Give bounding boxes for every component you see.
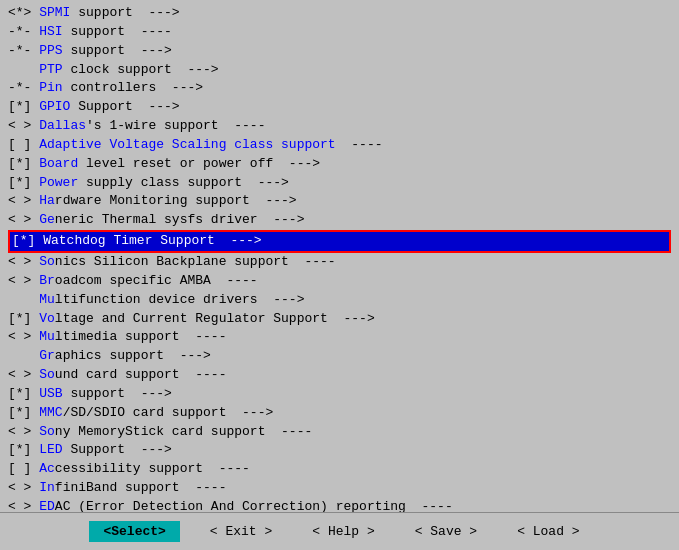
prefix-span: [*] (8, 98, 39, 117)
menu-line-edac[interactable]: < > EDAC (Error Detection And Correction… (8, 498, 671, 512)
menu-line-usb[interactable]: [*] USB support ---> (8, 385, 671, 404)
menu-line-dallas[interactable]: < > Dallas's 1-wire support ---- (8, 117, 671, 136)
keyword-span: HSI (39, 23, 62, 42)
main-container: <*> SPMI support --->-*- HSI support ---… (0, 0, 679, 550)
menu-line-sound[interactable]: < > Sound card support ---- (8, 366, 671, 385)
menu-line-voltage[interactable]: [*] Voltage and Current Regulator Suppor… (8, 310, 671, 329)
rest-span: support ---- (63, 23, 172, 42)
keyword-span: Mu (39, 328, 55, 347)
rest-span: rdware Monitoring support ---> (55, 192, 297, 211)
menu-line-multifunction[interactable]: Multifunction device drivers ---> (8, 291, 671, 310)
rest-span: support ---> (70, 4, 179, 23)
menu-line-pin[interactable]: -*- Pin controllers ---> (8, 79, 671, 98)
keyword-span: So (39, 253, 55, 272)
keyword-span: Vo (39, 310, 55, 329)
rest-span: Support ---> (63, 441, 172, 460)
rest-span: nics Silicon Backplane support ---- (55, 253, 336, 272)
menu-line-gpio[interactable]: [*] GPIO Support ---> (8, 98, 671, 117)
rest-span: aphics support ---> (55, 347, 211, 366)
rest-span: ---- (336, 136, 383, 155)
prefix-span: < > (8, 366, 39, 385)
rest-span: ny MemoryStick card support ---- (55, 423, 312, 442)
rest-span: level reset or power off ---> (78, 155, 320, 174)
prefix-span: < > (8, 192, 39, 211)
rest-span: Support ---> (70, 98, 179, 117)
prefix-span: [ ] (8, 460, 39, 479)
rest-span: controllers ---> (63, 79, 203, 98)
keyword-span: ED (39, 498, 55, 512)
rest-span: ltage and Current Regulator Support ---> (55, 310, 375, 329)
save-button[interactable]: < Save > (405, 521, 487, 542)
rest-span: oadcom specific AMBA ---- (55, 272, 258, 291)
load-button[interactable]: < Load > (507, 521, 589, 542)
keyword-span: So (39, 366, 55, 385)
rest-span: supply class support ---> (78, 174, 289, 193)
rest-span: support ---> (63, 385, 172, 404)
menu-line-power[interactable]: [*] Power supply class support ---> (8, 174, 671, 193)
keyword-span: PPS (39, 42, 62, 61)
prefix-span: [*] (8, 441, 39, 460)
prefix-span: < > (8, 253, 39, 272)
exit-button[interactable]: < Exit > (200, 521, 282, 542)
prefix-span: < > (8, 498, 39, 512)
keyword-span: MMC (39, 404, 62, 423)
menu-line-hwmon[interactable]: < > Hardware Monitoring support ---> (8, 192, 671, 211)
prefix-span: -*- (8, 23, 39, 42)
prefix-span: [*] (8, 404, 39, 423)
prefix-span: <*> (8, 4, 39, 23)
keyword-span: SPMI (39, 4, 70, 23)
keyword-span: Br (39, 272, 55, 291)
menu-line-thermal[interactable]: < > Generic Thermal sysfs driver ---> (8, 211, 671, 230)
help-button[interactable]: < Help > (302, 521, 384, 542)
keyword-span: Ha (39, 192, 55, 211)
rest-span: ---> (215, 232, 262, 251)
menu-line-infiniband[interactable]: < > InfiniBand support ---- (8, 479, 671, 498)
menu-line-watchdog[interactable]: [*] Watchdog Timer Support ---> (8, 230, 671, 253)
prefix-span: [*] (8, 155, 39, 174)
menu-line-broadcom[interactable]: < > Broadcom specific AMBA ---- (8, 272, 671, 291)
keyword-span: USB (39, 385, 62, 404)
menu-line-adaptive[interactable]: [ ] Adaptive Voltage Scaling class suppo… (8, 136, 671, 155)
menu-line-sony[interactable]: < > Sony MemoryStick card support ---- (8, 423, 671, 442)
rest-span: und card support ---- (55, 366, 227, 385)
prefix-span: [*] (8, 310, 39, 329)
keyword-span: Mu (39, 291, 55, 310)
select-button[interactable]: <Select> (89, 521, 179, 542)
menu-line-pps[interactable]: -*- PPS support ---> (8, 42, 671, 61)
keyword-span: Watchdog Timer Support (43, 232, 215, 251)
keyword-span: Dallas (39, 117, 86, 136)
rest-span: neric Thermal sysfs driver ---> (55, 211, 305, 230)
rest-span: finiBand support ---- (55, 479, 227, 498)
prefix-span: -*- (8, 42, 39, 61)
menu-line-board[interactable]: [*] Board level reset or power off ---> (8, 155, 671, 174)
prefix-span (8, 291, 39, 310)
rest-span: AC (Error Detection And Correction) repo… (55, 498, 453, 512)
rest-span: support ---> (63, 42, 172, 61)
menu-area: <*> SPMI support --->-*- HSI support ---… (0, 0, 679, 512)
rest-span: clock support ---> (63, 61, 219, 80)
keyword-span: LED (39, 441, 62, 460)
keyword-span: GPIO (39, 98, 70, 117)
menu-line-led[interactable]: [*] LED Support ---> (8, 441, 671, 460)
menu-line-ptp[interactable]: PTP clock support ---> (8, 61, 671, 80)
menu-line-sonics[interactable]: < > Sonics Silicon Backplane support ---… (8, 253, 671, 272)
menu-line-hsi[interactable]: -*- HSI support ---- (8, 23, 671, 42)
prefix-span: [ ] (8, 136, 39, 155)
prefix-span: [*] (8, 174, 39, 193)
prefix-span: < > (8, 211, 39, 230)
rest-span: 's 1-wire support ---- (86, 117, 265, 136)
prefix-span: -*- (8, 79, 39, 98)
menu-line-mmc[interactable]: [*] MMC/SD/SDIO card support ---> (8, 404, 671, 423)
menu-line-accessibility[interactable]: [ ] Accessibility support ---- (8, 460, 671, 479)
keyword-span: In (39, 479, 55, 498)
menu-line-graphics[interactable]: Graphics support ---> (8, 347, 671, 366)
keyword-span: Gr (39, 347, 55, 366)
prefix-span (8, 347, 39, 366)
keyword-span: Ge (39, 211, 55, 230)
menu-line-multimedia[interactable]: < > Multimedia support ---- (8, 328, 671, 347)
keyword-span: Adaptive Voltage Scaling class support (39, 136, 335, 155)
bottom-bar: <Select> < Exit > < Help > < Save > < Lo… (0, 512, 679, 550)
keyword-span: Board (39, 155, 78, 174)
menu-line-spmi[interactable]: <*> SPMI support ---> (8, 4, 671, 23)
prefix-span: < > (8, 328, 39, 347)
